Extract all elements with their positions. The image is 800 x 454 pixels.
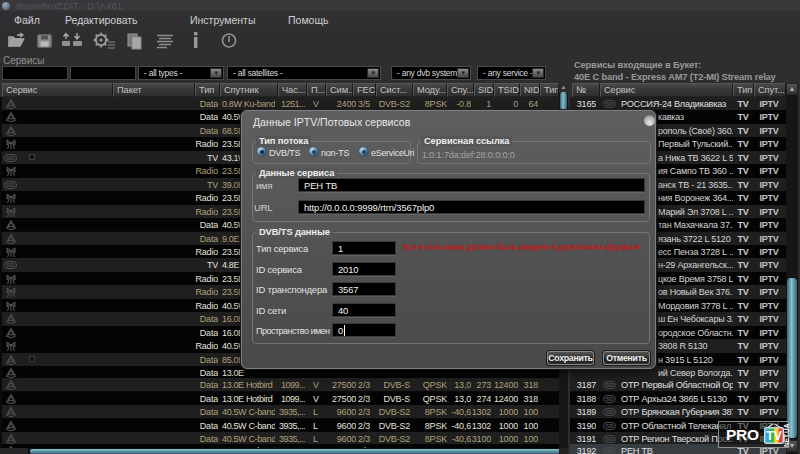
svg-text:TV: TV [766,429,781,443]
